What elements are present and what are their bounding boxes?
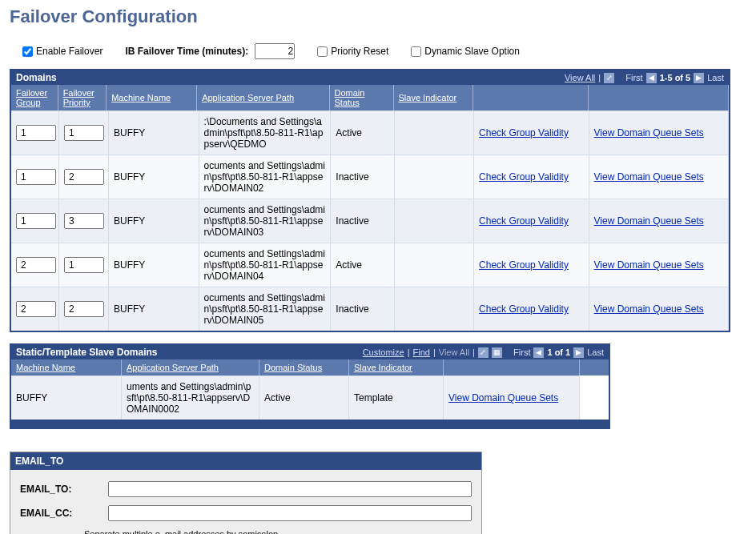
domain-status-cell: Active bbox=[331, 243, 395, 287]
priority-reset-checkbox-wrap: Priority Reset bbox=[317, 46, 388, 57]
failover-group-input[interactable] bbox=[16, 125, 56, 141]
failover-time-label: IB Failover Time (minutes): bbox=[125, 46, 248, 57]
email-cc-input[interactable] bbox=[108, 505, 472, 521]
email-group-header: EMAIL_TO bbox=[10, 452, 481, 470]
nav-first-label[interactable]: First bbox=[625, 73, 642, 82]
machine-name-cell: BUFFY bbox=[109, 155, 199, 199]
arrow-right-icon[interactable]: ▶ bbox=[573, 347, 584, 358]
dynamic-slave-label: Dynamic Slave Option bbox=[424, 46, 520, 57]
find-link[interactable]: Find bbox=[413, 347, 430, 357]
email-cc-label: EMAIL_CC: bbox=[20, 508, 108, 519]
slave-grid-title: Static/Template Slave Domains bbox=[16, 347, 363, 358]
slave-column-row: Machine Name Application Server Path Dom… bbox=[11, 359, 609, 375]
machine-name-cell: BUFFY bbox=[109, 287, 199, 331]
failover-priority-input[interactable] bbox=[64, 257, 104, 273]
col-slave-indicator[interactable]: Slave Indicator bbox=[399, 93, 457, 102]
view-domain-queue-sets-link[interactable]: View Domain Queue Sets bbox=[594, 127, 704, 139]
failover-group-input[interactable] bbox=[16, 169, 56, 185]
slave-grid-footer bbox=[11, 420, 609, 428]
slave-indicator-cell: Template bbox=[349, 375, 444, 420]
dynamic-slave-checkbox[interactable] bbox=[411, 46, 421, 57]
machine-name-cell: BUFFY bbox=[109, 199, 199, 243]
scol-slave-indicator[interactable]: Slave Indicator bbox=[354, 363, 412, 372]
failover-time-input[interactable] bbox=[255, 43, 295, 59]
domains-grid-header: Domains View All | ⤢ First ◀ 1-5 of 5 ▶ … bbox=[11, 70, 729, 85]
table-row: BUFFYocuments and Settings\admin\psft\pt… bbox=[11, 155, 729, 199]
app-server-path-cell: ocuments and Settings\admin\psft\pt\8.50… bbox=[199, 243, 332, 287]
view-domain-queue-sets-link[interactable]: View Domain Queue Sets bbox=[594, 303, 704, 315]
view-all-slave[interactable]: View All bbox=[439, 347, 469, 357]
domains-grid: Domains View All | ⤢ First ◀ 1-5 of 5 ▶ … bbox=[10, 69, 730, 332]
table-row: BUFFY:\Documents and Settings\admin\psft… bbox=[11, 110, 729, 155]
view-all-link[interactable]: View All bbox=[565, 73, 595, 82]
domain-status-cell: Inactive bbox=[331, 155, 395, 199]
email-groupbox: EMAIL_TO EMAIL_TO: EMAIL_CC: Separate mu… bbox=[10, 452, 482, 534]
view-domain-queue-sets-link[interactable]: View Domain Queue Sets bbox=[448, 392, 558, 404]
domains-column-row: Failover Group Failover Priority Machine… bbox=[11, 85, 729, 110]
col-failover-group[interactable]: Failover Group bbox=[16, 88, 53, 107]
failover-priority-input[interactable] bbox=[64, 125, 104, 141]
slave-indicator-cell bbox=[395, 110, 474, 155]
failover-group-input[interactable] bbox=[16, 213, 56, 229]
scol-domain-status[interactable]: Domain Status bbox=[264, 363, 322, 372]
options-row: Enable Failover IB Failover Time (minute… bbox=[10, 43, 746, 59]
app-server-path-cell: ocuments and Settings\admin\psft\pt\8.50… bbox=[199, 199, 332, 243]
nav-last-label[interactable]: Last bbox=[707, 73, 724, 82]
col-failover-priority[interactable]: Failover Priority bbox=[63, 88, 102, 107]
machine-name-cell: BUFFY bbox=[109, 243, 199, 287]
slave-grid-header: Static/Template Slave Domains Customize … bbox=[11, 345, 609, 359]
slave-grid-nav: Customize | Find | View All | ⤢ ▦ First … bbox=[363, 347, 604, 358]
domain-status-cell: Inactive bbox=[331, 287, 395, 331]
check-group-validity-link[interactable]: Check Group Validity bbox=[479, 303, 569, 315]
nav-last-slave[interactable]: Last bbox=[587, 347, 604, 357]
priority-reset-checkbox[interactable] bbox=[317, 46, 328, 57]
nav-range: 1-5 of 5 bbox=[660, 73, 691, 82]
app-server-path-cell: ocuments and Settings\admin\psft\pt\8.50… bbox=[199, 155, 332, 199]
scol-app-server-path[interactable]: Application Server Path bbox=[127, 363, 219, 372]
table-row: BUFFYuments and Settings\admin\psft\pt\8… bbox=[11, 375, 609, 420]
failover-time-field: IB Failover Time (minutes): bbox=[125, 43, 295, 59]
view-domain-queue-sets-link[interactable]: View Domain Queue Sets bbox=[594, 259, 704, 271]
customize-link[interactable]: Customize bbox=[363, 347, 404, 357]
domain-status-cell: Active bbox=[259, 375, 349, 420]
enable-failover-checkbox-wrap: Enable Failover bbox=[22, 46, 103, 57]
check-group-validity-link[interactable]: Check Group Validity bbox=[479, 171, 569, 183]
dynamic-slave-checkbox-wrap: Dynamic Slave Option bbox=[411, 46, 520, 57]
email-to-label: EMAIL_TO: bbox=[20, 484, 108, 495]
arrow-left-icon[interactable]: ◀ bbox=[533, 347, 544, 358]
table-row: BUFFYocuments and Settings\admin\psft\pt… bbox=[11, 199, 729, 243]
check-group-validity-link[interactable]: Check Group Validity bbox=[479, 259, 569, 271]
grid-icon[interactable]: ▦ bbox=[492, 347, 502, 358]
enable-failover-label: Enable Failover bbox=[36, 46, 103, 57]
zoom-icon[interactable]: ⤢ bbox=[478, 347, 489, 358]
app-server-path-cell: :\Documents and Settings\admin\psft\pt\8… bbox=[199, 110, 332, 155]
enable-failover-checkbox[interactable] bbox=[22, 46, 33, 57]
zoom-icon[interactable]: ⤢ bbox=[604, 73, 614, 83]
email-note: Separate multiple e_mail addresses by se… bbox=[20, 529, 472, 534]
slave-indicator-cell bbox=[395, 287, 474, 331]
failover-priority-input[interactable] bbox=[64, 213, 104, 229]
failover-group-input[interactable] bbox=[16, 257, 56, 273]
email-cc-row: EMAIL_CC: bbox=[20, 505, 472, 521]
arrow-right-icon[interactable]: ▶ bbox=[694, 73, 704, 83]
failover-group-input[interactable] bbox=[16, 301, 56, 317]
view-domain-queue-sets-link[interactable]: View Domain Queue Sets bbox=[594, 171, 704, 183]
slave-grid: Static/Template Slave Domains Customize … bbox=[10, 343, 610, 429]
email-to-input[interactable] bbox=[108, 481, 472, 497]
failover-priority-input[interactable] bbox=[64, 169, 104, 185]
nav-first-slave[interactable]: First bbox=[513, 347, 530, 357]
col-machine-name[interactable]: Machine Name bbox=[111, 93, 171, 102]
page-title: Failover Configuration bbox=[10, 6, 746, 27]
app-server-path-cell: ocuments and Settings\admin\psft\pt\8.50… bbox=[199, 287, 332, 331]
arrow-left-icon[interactable]: ◀ bbox=[646, 73, 657, 83]
check-group-validity-link[interactable]: Check Group Validity bbox=[479, 127, 569, 139]
check-group-validity-link[interactable]: Check Group Validity bbox=[479, 215, 569, 227]
email-to-row: EMAIL_TO: bbox=[20, 481, 472, 497]
scol-machine-name[interactable]: Machine Name bbox=[16, 363, 75, 372]
col-app-server-path[interactable]: Application Server Path bbox=[202, 93, 294, 102]
priority-reset-label: Priority Reset bbox=[331, 46, 388, 57]
domains-grid-title: Domains bbox=[16, 72, 565, 83]
col-domain-status[interactable]: Domain Status bbox=[335, 88, 388, 107]
failover-priority-input[interactable] bbox=[64, 301, 104, 317]
view-domain-queue-sets-link[interactable]: View Domain Queue Sets bbox=[594, 215, 704, 227]
